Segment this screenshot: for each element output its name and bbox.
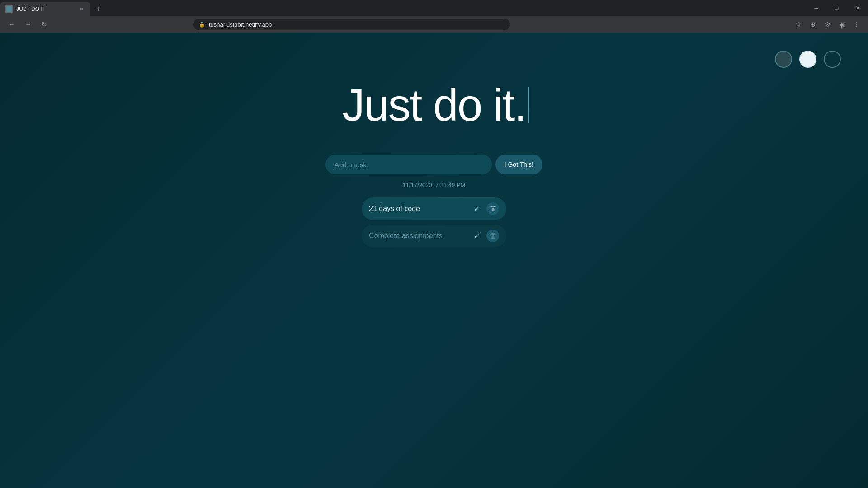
forward-button[interactable]: → xyxy=(22,18,34,31)
tab-title: JUST DO IT xyxy=(16,6,74,12)
title-container: Just do it. xyxy=(342,82,526,127)
minimize-button[interactable]: ─ xyxy=(806,0,826,16)
theme-dot-dark[interactable] xyxy=(775,51,792,68)
maximize-button[interactable]: □ xyxy=(826,0,847,16)
main-title: Just do it. xyxy=(342,82,526,127)
task-input[interactable] xyxy=(326,155,492,174)
theme-dots xyxy=(775,51,841,68)
tab-bar: JUST DO IT ✕ + xyxy=(0,0,105,16)
submit-button[interactable]: I Got This! xyxy=(495,155,542,174)
close-window-button[interactable]: ✕ xyxy=(847,0,868,16)
address-bar-row: ← → ↻ 🔒 tusharjustdoit.netlify.app ☆ ⊕ ⚙… xyxy=(0,16,868,33)
reload-button[interactable]: ↻ xyxy=(38,18,51,31)
input-row: I Got This! xyxy=(326,155,542,174)
theme-dot-light[interactable] xyxy=(799,51,816,68)
active-tab[interactable]: JUST DO IT ✕ xyxy=(0,2,90,16)
extension-button[interactable]: ⊕ xyxy=(807,18,819,31)
theme-dot-outline[interactable] xyxy=(824,51,841,68)
app-content: Just do it. I Got This! 11/17/2020, 7:31… xyxy=(0,33,868,488)
tab-favicon xyxy=(5,5,13,13)
task-list: 21 days of code ✓ Complete assignments ✓ xyxy=(362,197,506,247)
bookmark-button[interactable]: ☆ xyxy=(792,18,805,31)
window-controls: ─ □ ✕ xyxy=(806,0,868,16)
profile-button[interactable]: ◉ xyxy=(835,18,848,31)
task-text: Complete assignments xyxy=(369,232,467,240)
more-button[interactable]: ⋮ xyxy=(850,18,863,31)
complete-button[interactable]: ✓ xyxy=(470,202,483,215)
url-text: tusharjustdoit.netlify.app xyxy=(209,21,272,28)
complete-button[interactable]: ✓ xyxy=(470,230,483,242)
task-item: Complete assignments ✓ xyxy=(362,225,506,247)
address-bar[interactable]: 🔒 tusharjustdoit.netlify.app xyxy=(193,19,510,30)
task-text: 21 days of code xyxy=(369,205,467,213)
new-tab-button[interactable]: + xyxy=(92,3,105,15)
delete-button[interactable] xyxy=(486,230,499,242)
delete-button[interactable] xyxy=(486,202,499,215)
input-section: I Got This! 11/17/2020, 7:31:49 PM 21 da… xyxy=(0,155,868,247)
svg-rect-0 xyxy=(6,6,12,12)
title-cursor xyxy=(528,87,529,123)
extensions-button[interactable]: ⚙ xyxy=(821,18,834,31)
back-button[interactable]: ← xyxy=(5,18,18,31)
lock-icon: 🔒 xyxy=(199,22,205,28)
toolbar-right: ☆ ⊕ ⚙ ◉ ⋮ xyxy=(792,18,863,31)
timestamp: 11/17/2020, 7:31:49 PM xyxy=(403,182,466,188)
tab-close-button[interactable]: ✕ xyxy=(78,5,85,13)
task-item: 21 days of code ✓ xyxy=(362,197,506,220)
browser-chrome: JUST DO IT ✕ + ─ □ ✕ ← → ↻ 🔒 tusharjustd… xyxy=(0,0,868,33)
